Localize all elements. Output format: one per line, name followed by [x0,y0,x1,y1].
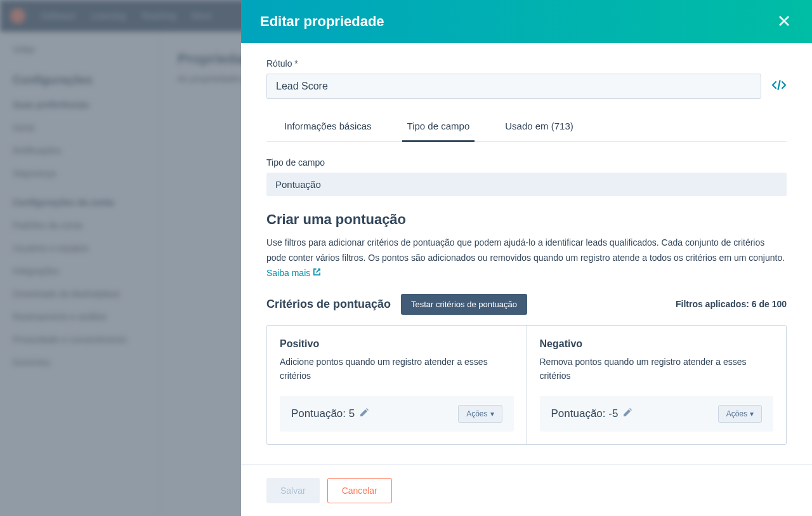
save-button[interactable]: Salvar [266,478,320,503]
positive-column: Positivo Adicione pontos quando um regis… [267,326,527,444]
create-score-description: Use filtros para adicionar critérios de … [266,235,787,281]
pencil-icon[interactable] [623,407,632,420]
test-criteria-button[interactable]: Testar critérios de pontuação [401,294,527,315]
chevron-down-icon: ▾ [490,409,494,418]
create-score-title: Criar uma pontuação [266,211,787,228]
cancel-button[interactable]: Cancelar [327,478,392,503]
tab-basic-info[interactable]: Informações básicas [279,112,377,142]
criteria-columns: Positivo Adicione pontos quando um regis… [266,325,787,445]
positive-title: Positivo [280,338,514,350]
close-icon [778,15,790,27]
pencil-icon[interactable] [360,407,369,420]
criteria-title: Critérios de pontuação [266,298,391,311]
modal-title: Editar propriedade [260,13,384,30]
field-type-label: Tipo de campo [266,157,787,168]
positive-description: Adicione pontos quando um registro atend… [280,355,514,383]
svg-line-3 [317,269,320,273]
modal-header: Editar propriedade [241,0,812,43]
modal-footer: Salvar Cancelar [241,465,812,516]
modal-body: Rótulo * Informações básicas Tipo de cam… [241,43,812,465]
negative-actions-button[interactable]: Ações ▾ [718,405,762,423]
positive-actions-button[interactable]: Ações ▾ [458,405,502,423]
criteria-header: Critérios de pontuação Testar critérios … [266,294,787,315]
negative-title: Negativo [540,338,774,350]
learn-more-link[interactable]: Saiba mais [266,268,321,278]
field-type-value: Pontuação [266,173,787,196]
positive-score-value: Pontuação: 5 [291,407,355,420]
filters-applied-count: Filtros aplicados: 6 de 100 [676,299,787,309]
code-icon[interactable] [771,79,787,94]
close-button[interactable] [775,10,793,33]
edit-property-modal: Editar propriedade Rótulo * Informações … [241,0,812,516]
external-link-icon [313,266,321,281]
negative-column: Negativo Remova pontos quando um registr… [527,326,787,444]
chevron-down-icon: ▾ [750,409,754,418]
positive-score-card: Pontuação: 5 Ações ▾ [280,396,514,432]
negative-score-value: Pontuação: -5 [551,407,619,420]
label-input[interactable] [266,74,761,99]
label-field-label: Rótulo * [266,58,787,69]
svg-line-2 [778,81,780,89]
tab-used-in[interactable]: Usado em (713) [500,112,579,142]
tabs: Informações básicas Tipo de campo Usado … [266,112,787,142]
negative-description: Remova pontos quando um registro atender… [540,355,774,383]
negative-score-card: Pontuação: -5 Ações ▾ [540,396,774,432]
tab-field-type[interactable]: Tipo de campo [402,112,475,142]
